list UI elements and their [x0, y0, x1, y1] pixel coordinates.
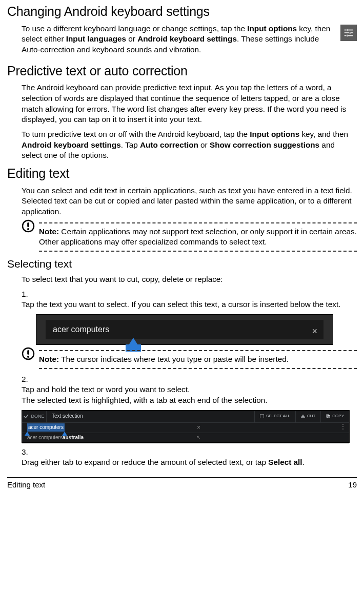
step-3: 3. Drag either tab to expand or reduce t… [22, 447, 357, 468]
copy-button[interactable]: COPY [320, 411, 349, 422]
warning-icon [22, 347, 35, 360]
heading-changing-keyboard: Changing Android keyboard settings [7, 3, 357, 21]
paragraph-changing: To use a different keyboard language or … [22, 24, 357, 55]
search-input[interactable]: acer computers [46, 320, 323, 339]
selection-title: Text selection [47, 413, 254, 420]
suggestion-row[interactable]: acer computers australia ↖ [22, 433, 349, 443]
heading-predictive: Predictive text or auto correction [7, 63, 357, 80]
svg-rect-10 [27, 222, 29, 227]
svg-rect-1 [347, 29, 348, 31]
svg-rect-4 [350, 32, 351, 34]
svg-point-11 [27, 228, 29, 230]
svg-rect-6 [345, 35, 347, 36]
svg-rect-5 [351, 32, 353, 33]
selected-text[interactable]: acer computers [27, 423, 65, 432]
done-button[interactable]: DONE [22, 411, 47, 422]
text-cursor-handle[interactable] [129, 338, 138, 345]
svg-rect-0 [345, 29, 347, 30]
heading-selecting-text: Selecting text [7, 257, 357, 271]
note-cursor: Note: The cursor indicates where text yo… [22, 350, 357, 369]
clear-icon[interactable]: × [197, 423, 200, 432]
svg-point-14 [27, 356, 29, 358]
svg-rect-15 [260, 415, 264, 418]
screenshot-search-bar: acer computers × [36, 314, 333, 345]
warning-icon [22, 219, 35, 233]
paragraph-predictive-1: The Android keyboard can provide predict… [22, 83, 357, 125]
svg-rect-2 [348, 29, 353, 30]
page-number: 19 [348, 480, 357, 490]
footer-section-title: Editing text [7, 480, 45, 490]
svg-rect-7 [347, 34, 348, 36]
input-options-icon [340, 25, 357, 41]
svg-rect-13 [27, 350, 29, 355]
note-text-selection-support: Note: Certain applications may not suppo… [22, 222, 357, 252]
step-2: 2. Tap and hold the text or word you wan… [22, 374, 357, 406]
clear-icon[interactable]: × [312, 325, 317, 337]
heading-editing-text: Editing text [7, 165, 357, 182]
screenshot-text-selection: DONE Text selection SELECT ALL CUT COPY … [22, 410, 350, 443]
svg-rect-3 [345, 32, 349, 33]
paragraph-predictive-2: To turn predictive text on or off with t… [22, 129, 357, 161]
overflow-menu-icon[interactable]: ⋮ [340, 425, 346, 428]
svg-rect-8 [348, 35, 353, 36]
page-footer: Editing text 19 [7, 477, 357, 490]
paragraph-editing-intro: You can select and edit text in certain … [22, 186, 357, 217]
select-all-button[interactable]: SELECT ALL [254, 411, 295, 422]
step-1: 1. Tap the text you want to select. If y… [22, 289, 357, 310]
cut-button[interactable]: CUT [295, 411, 320, 422]
paragraph-selecting-intro: To select text that you want to cut, cop… [22, 274, 357, 285]
